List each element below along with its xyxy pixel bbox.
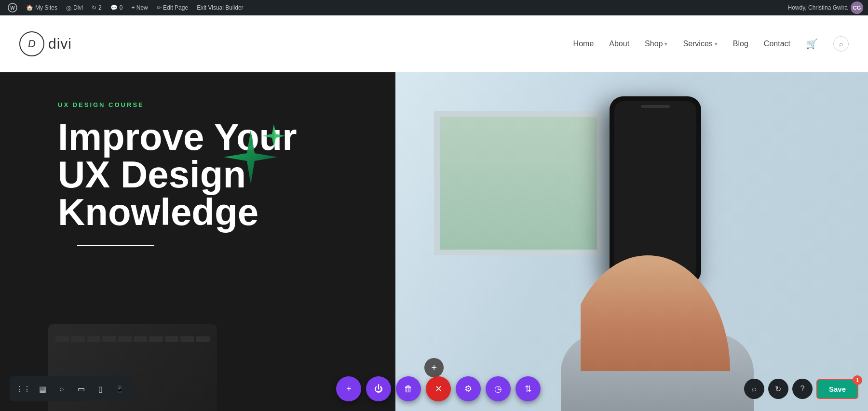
desktop-icon: ▭ — [78, 384, 85, 394]
toolbar-left: ⋮⋮ ▦ ⌕ ▭ ▯ 📱 — [10, 376, 133, 401]
add-section-icon: + — [431, 362, 437, 373]
hero-image — [395, 72, 868, 411]
search-left-button[interactable]: ⌕ — [53, 380, 70, 398]
exit-visual-builder-item[interactable]: Exit Visual Builder — [194, 0, 246, 15]
settings-button[interactable]: ⚙ — [456, 376, 481, 401]
logo-circle: D — [19, 31, 44, 56]
notification-wrapper: Save 1 — [816, 379, 858, 399]
nav-blog[interactable]: Blog — [733, 40, 748, 48]
avatar: CG — [851, 1, 863, 14]
trash-button[interactable]: 🗑 — [396, 376, 421, 401]
updates-item[interactable]: ↻ 2 — [89, 0, 105, 15]
nav-about-label: About — [609, 40, 629, 48]
history-button[interactable]: ◷ — [486, 376, 511, 401]
sync-icon: ↻ — [775, 384, 781, 394]
close-button[interactable]: ✕ — [426, 376, 451, 401]
toolbar-center: + ⏻ 🗑 ✕ ⚙ ◷ ⇅ — [336, 376, 541, 401]
site-logo[interactable]: D divi — [19, 31, 72, 56]
divi-item[interactable]: ◎ Divi — [63, 0, 86, 15]
search-button[interactable]: ⌕ — [833, 36, 849, 52]
sparkles-decoration — [212, 120, 289, 188]
sparkles-svg — [212, 120, 289, 188]
chevron-down-icon: ▾ — [665, 41, 667, 47]
chevron-down-icon: ▾ — [715, 41, 718, 47]
power-button[interactable]: ⏻ — [366, 376, 391, 401]
nav-home[interactable]: Home — [573, 40, 594, 48]
help-button[interactable]: ? — [792, 379, 813, 399]
nav-services[interactable]: Services ▾ — [683, 40, 717, 48]
nav-blog-label: Blog — [733, 40, 748, 48]
arrows-icon: ⇅ — [525, 384, 532, 394]
desktop-button[interactable]: ▭ — [72, 380, 90, 398]
hero-tag: UX DESIGN COURSE — [58, 101, 366, 108]
new-label: + New — [131, 4, 148, 11]
nav-home-label: Home — [573, 40, 594, 48]
divi-icon: ◎ — [66, 4, 71, 12]
power-icon: ⏻ — [374, 384, 383, 394]
hero-content: UX DESIGN COURSE Improve Your UX Design … — [0, 72, 395, 411]
tablet-button[interactable]: ▯ — [92, 380, 109, 398]
exit-vb-label: Exit Visual Builder — [197, 4, 244, 11]
nav-services-label: Services — [683, 40, 712, 48]
grid-icon: ▦ — [39, 384, 46, 394]
comments-item[interactable]: 💬 0 — [108, 0, 126, 15]
updates-count: 2 — [98, 4, 102, 11]
my-sites-icon: 🏠 — [26, 4, 33, 11]
site-navigation: Home About Shop ▾ Services ▾ Blog Contac… — [573, 36, 849, 52]
sync-button[interactable]: ↻ — [768, 379, 788, 399]
responsive-button[interactable]: ⇅ — [515, 376, 541, 401]
my-sites-item[interactable]: 🏠 My Sites — [23, 0, 60, 15]
notification-badge: 1 — [853, 375, 862, 385]
my-sites-label: My Sites — [35, 4, 57, 11]
new-item[interactable]: + New — [128, 0, 150, 15]
howdy-text: Howdy, Christina Gwira — [788, 4, 848, 11]
admin-bar: W 🏠 My Sites ◎ Divi ↻ 2 💬 0 + New ✏ Edit… — [0, 0, 868, 15]
nav-contact-label: Contact — [764, 40, 790, 48]
window-decoration — [434, 111, 603, 255]
window-inner — [440, 117, 597, 250]
nav-contact[interactable]: Contact — [764, 40, 790, 48]
nav-shop-label: Shop — [645, 40, 663, 48]
comments-count: 0 — [120, 4, 123, 11]
search-icon: ⌕ — [839, 40, 843, 48]
cart-icon[interactable]: 🛒 — [806, 38, 818, 50]
close-icon: ✕ — [435, 384, 442, 394]
toolbar-right: ⌕ ↻ ? Save 1 — [744, 379, 858, 399]
menu-icon: ⋮⋮ — [15, 384, 31, 394]
hero-section: UX DESIGN COURSE Improve Your UX Design … — [0, 72, 868, 411]
wp-logo-item[interactable]: W — [5, 0, 20, 15]
add-module-button[interactable]: + — [336, 376, 361, 401]
nav-about[interactable]: About — [609, 40, 629, 48]
edit-page-label: ✏ Edit Page — [157, 4, 188, 11]
hero-title-line3: Knowledge — [58, 193, 366, 231]
logo-letter: D — [28, 38, 36, 50]
divi-label: Divi — [73, 4, 83, 11]
menu-button[interactable]: ⋮⋮ — [14, 380, 32, 398]
save-button[interactable]: Save — [816, 379, 858, 399]
edit-page-item[interactable]: ✏ Edit Page — [154, 0, 191, 15]
howdy-section[interactable]: Howdy, Christina Gwira CG — [788, 1, 863, 14]
comments-icon: 💬 — [110, 4, 118, 11]
hero-divider — [77, 245, 154, 246]
phone-screen — [614, 101, 696, 279]
trash-icon: 🗑 — [404, 384, 413, 394]
mobile-icon: 📱 — [116, 385, 123, 393]
gear-icon: ⚙ — [464, 384, 472, 394]
tablet-icon: ▯ — [98, 384, 103, 394]
updates-icon: ↻ — [92, 4, 96, 11]
plus-icon: + — [346, 384, 352, 394]
logo-text: divi — [48, 36, 72, 52]
search-icon: ⌕ — [59, 384, 64, 393]
phone-notch — [641, 105, 670, 108]
svg-text:W: W — [10, 5, 15, 11]
search-right-button[interactable]: ⌕ — [744, 379, 764, 399]
grid-button[interactable]: ▦ — [34, 380, 51, 398]
clock-icon: ◷ — [494, 384, 502, 394]
nav-shop[interactable]: Shop ▾ — [645, 40, 667, 48]
help-icon: ? — [800, 384, 804, 393]
mobile-button[interactable]: 📱 — [111, 380, 128, 398]
site-header: D divi Home About Shop ▾ Services ▾ Blog… — [0, 15, 868, 72]
search-icon: ⌕ — [752, 384, 757, 393]
admin-bar-right: Howdy, Christina Gwira CG — [788, 1, 863, 14]
add-section-button[interactable]: + — [424, 358, 444, 377]
